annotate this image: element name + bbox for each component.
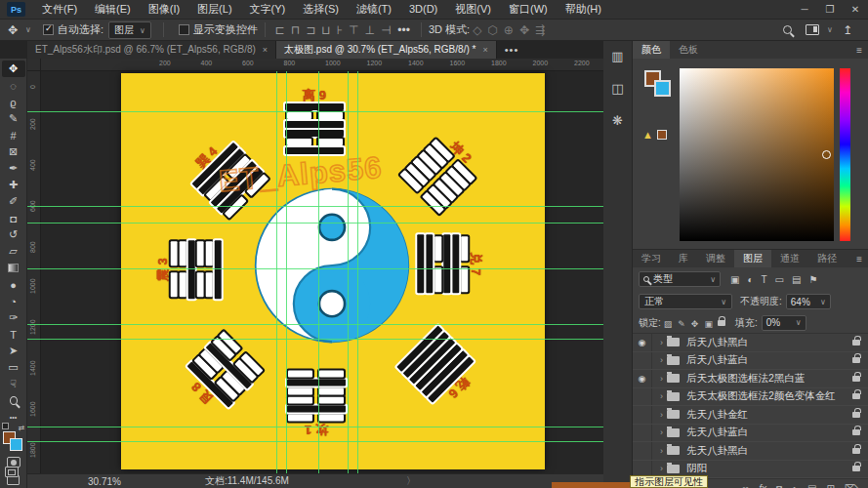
search-icon[interactable]	[783, 25, 792, 34]
properties-panel-icon[interactable]: ▥	[611, 49, 623, 63]
layer-name[interactable]: 先天八卦蓝白	[686, 426, 748, 439]
pen-tool-icon[interactable]: ✑	[2, 309, 25, 326]
align-icon[interactable]: ⊣	[381, 23, 391, 37]
menu-item[interactable]: 选择(S)	[294, 0, 348, 19]
color-picker-field[interactable]	[680, 68, 834, 241]
opacity-select[interactable]: 64%∨	[786, 294, 831, 309]
menu-item[interactable]: 文字(Y)	[241, 0, 295, 19]
layer-row[interactable]: ›先天八卦金红	[633, 406, 868, 425]
restore-button[interactable]: ❐	[817, 0, 843, 19]
close-tab-icon[interactable]: ×	[482, 45, 487, 55]
zoom-tool-icon[interactable]	[2, 392, 25, 409]
blur-tool-icon[interactable]: ●	[2, 276, 25, 293]
new-layer-icon[interactable]: ⊞	[826, 483, 834, 488]
move-tool-icon[interactable]: ✥	[2, 61, 25, 77]
workspace-dropdown-icon[interactable]: ∨	[827, 25, 833, 34]
layer-row[interactable]: ›后天八卦蓝白	[633, 352, 868, 371]
brush-tool-icon[interactable]: ✐	[2, 193, 25, 210]
eraser-tool-icon[interactable]: ▱	[2, 243, 25, 260]
layer-name[interactable]: 先天八卦金红	[686, 408, 748, 422]
export-panel-icon[interactable]: ◫	[611, 81, 623, 96]
hand-tool-icon[interactable]: ☟	[2, 376, 25, 392]
menu-item[interactable]: 图像(I)	[140, 0, 188, 19]
tab-通道[interactable]: 通道	[771, 250, 808, 267]
expand-group-icon[interactable]: ›	[660, 446, 663, 456]
color-picker-marker[interactable]	[822, 150, 831, 159]
expand-group-icon[interactable]: ›	[660, 338, 663, 347]
layer-visibility-icon[interactable]	[633, 352, 652, 370]
layer-effects-icon[interactable]: fx	[759, 483, 766, 488]
gamut-warning-swatch[interactable]	[657, 130, 667, 140]
show-transform-checkbox[interactable]	[179, 24, 189, 35]
menu-item[interactable]: 编辑(E)	[86, 0, 140, 19]
lock-all-icon[interactable]	[718, 320, 725, 326]
delete-layer-icon[interactable]: ⌦	[845, 483, 858, 488]
layer-visibility-icon[interactable]	[633, 388, 652, 406]
share-panel-icon[interactable]: ❋	[612, 113, 623, 128]
menu-item[interactable]: 滤镜(T)	[348, 0, 400, 19]
guide-line[interactable]	[348, 71, 349, 473]
tab-库[interactable]: 库	[670, 250, 697, 267]
panel-menu-icon[interactable]: ≡	[856, 45, 862, 56]
document-canvas[interactable]: ET_Alps56 离 9 坤 2 兑 7 乾 6 坎 1 艮 8 震 3 巽 …	[121, 73, 545, 469]
share-icon[interactable]: ↥	[843, 23, 852, 37]
expand-group-icon[interactable]: ›	[660, 410, 663, 420]
gamut-warning-icon[interactable]: ▲	[642, 129, 653, 141]
tab-学习[interactable]: 学习	[633, 250, 670, 267]
link-layers-icon[interactable]: ∞	[742, 483, 749, 488]
frame-tool-icon[interactable]: ⊠	[2, 143, 25, 160]
close-button[interactable]: ✕	[843, 0, 868, 19]
expand-group-icon[interactable]: ›	[660, 355, 663, 365]
align-icon[interactable]: ⊤	[349, 23, 358, 37]
layer-name[interactable]: 先天太极图选框法2颜色变体金红	[686, 389, 836, 403]
layer-row[interactable]: ◉›后天八卦黑白	[633, 334, 868, 352]
canvas-area[interactable]: 2004006008001000120014001600180020002200…	[27, 59, 603, 473]
tool-preset-dropdown-icon[interactable]: ∨	[25, 25, 31, 34]
expand-group-icon[interactable]: ›	[660, 374, 663, 384]
adjustment-layer-icon[interactable]: ◐	[792, 483, 798, 488]
layer-visibility-icon[interactable]: ◉	[633, 370, 652, 387]
workspace-switcher-icon[interactable]	[806, 24, 819, 35]
background-color-swatch[interactable]	[10, 438, 22, 451]
auto-select-target-select[interactable]: 图层∨	[108, 21, 151, 39]
layer-filter-icon[interactable]: T	[762, 274, 767, 285]
blend-mode-select[interactable]: 正常∨	[639, 294, 732, 309]
tab-路径[interactable]: 路径	[808, 250, 846, 267]
align-icon[interactable]: ⊐	[306, 23, 315, 37]
layer-row[interactable]: ›先天太极图选框法2颜色变体金红	[633, 388, 868, 407]
healing-brush-tool-icon[interactable]: ✚	[2, 177, 25, 193]
menu-item[interactable]: 3D(D)	[400, 0, 446, 19]
guide-line[interactable]	[276, 71, 277, 473]
layer-row[interactable]: ›先天八卦蓝白	[633, 425, 868, 443]
new-group-icon[interactable]: ▤	[807, 483, 816, 488]
fill-select[interactable]: 0%∨	[762, 315, 806, 331]
hue-slider[interactable]	[840, 68, 850, 241]
guide-line[interactable]	[357, 71, 358, 473]
layer-name[interactable]: 后天太极图选框法2黑白蓝	[686, 372, 805, 386]
layer-name[interactable]: 后天八卦蓝白	[686, 353, 748, 367]
layer-row[interactable]: ›先天八卦黑白	[633, 442, 868, 461]
guide-line[interactable]	[27, 427, 603, 427]
eyedropper-tool-icon[interactable]: ✒	[2, 160, 25, 177]
expand-group-icon[interactable]: ›	[660, 391, 663, 401]
align-icon[interactable]: ⊦	[337, 23, 343, 37]
marquee-tool-icon[interactable]: ◌	[2, 77, 25, 94]
type-tool-icon[interactable]: T	[2, 326, 25, 343]
crop-tool-icon[interactable]: #	[2, 127, 25, 143]
document-tab-inactive[interactable]: ET_Alps56水印.psd @ 66.7% (ET_Alps56, RGB/…	[27, 41, 276, 59]
layer-visibility-icon[interactable]	[633, 442, 652, 460]
layer-name[interactable]: 先天八卦黑白	[686, 444, 748, 458]
shape-tool-icon[interactable]: ▭	[2, 359, 25, 376]
layer-visibility-icon[interactable]	[633, 425, 652, 442]
panel-menu-icon[interactable]: ≡	[856, 254, 862, 264]
status-chevron-icon[interactable]: 〉	[406, 474, 416, 488]
default-colors-icon[interactable]	[2, 423, 9, 429]
expand-group-icon[interactable]: ›	[660, 427, 663, 437]
auto-select-checkbox[interactable]	[43, 24, 54, 35]
guide-line[interactable]	[286, 71, 287, 473]
guide-line[interactable]	[318, 71, 319, 473]
layer-name[interactable]: 后天八卦黑白	[686, 336, 748, 349]
lock-option-icon[interactable]: ▨	[664, 319, 673, 329]
screen-mode-secondary-icon[interactable]	[5, 467, 19, 477]
layer-visibility-icon[interactable]: ◉	[633, 334, 652, 351]
